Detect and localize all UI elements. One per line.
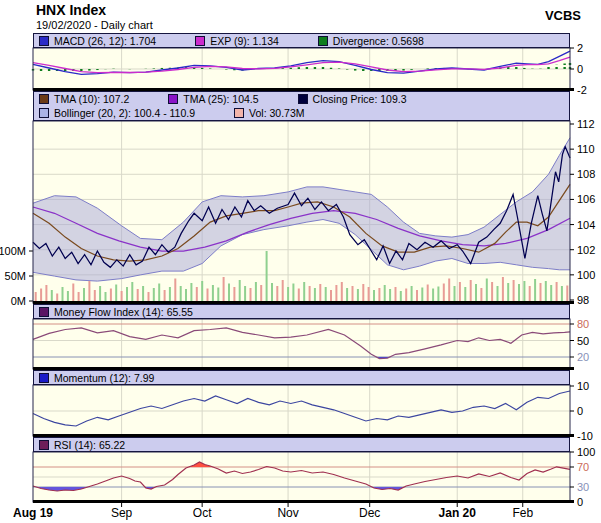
rsi-swatch [39, 440, 49, 450]
closing-price-legend-label: Closing Price: 109.3 [313, 93, 407, 105]
mfi-legend-row: Money Flow Index (14): 65.55 [34, 305, 569, 318]
y-tick-label: 80 [577, 318, 589, 330]
volume-legend-label: Vol: 30.73M [249, 107, 304, 119]
tma25-swatch [168, 94, 178, 104]
mfi-plot-area [33, 319, 570, 369]
y-tick-label: 112 [577, 118, 595, 130]
rsi-legend-row: RSI (14): 65.22 [34, 438, 569, 451]
legend-item-macd: MACD (26, 12): 1.704 [39, 35, 156, 47]
hnx-chart-window: HNX Index 19/02/2020 - Daily chart VCBS … [0, 0, 601, 523]
volume-swatch [234, 108, 244, 118]
x-axis-label: Feb [512, 506, 533, 520]
x-axis-label: Oct [193, 506, 212, 520]
bollinger-legend-label: Bollinger (20, 2): 100.4 - 110.9 [54, 107, 195, 119]
rsi-legend: RSI (14): 65.22 [33, 437, 570, 452]
x-axis-label: Nov [277, 506, 298, 520]
rsi-legend-label: RSI (14): 65.22 [54, 439, 125, 451]
legend-item-exp: EXP (9): 1.134 [195, 35, 279, 47]
y-tick-label: 30 [577, 481, 589, 493]
momentum-swatch [39, 373, 49, 383]
y-tick-label: 108 [577, 168, 595, 180]
x-axis-label: Jan 20 [439, 506, 477, 520]
panel-separator [33, 500, 574, 503]
x-axis-label: Aug 19 [13, 506, 53, 520]
tma10-legend-label: TMA (10): 107.2 [54, 93, 129, 105]
y-tick-label: -10 [577, 430, 593, 442]
y-tick-label: 0 [577, 405, 583, 417]
y-tick-label: 70 [577, 461, 589, 473]
tma25-legend-label: TMA (25): 104.5 [183, 93, 258, 105]
legend-item-momentum: Momentum (12): 7.99 [39, 372, 154, 384]
macd-legend: MACD (26, 12): 1.704 EXP (9): 1.134 Dive… [33, 33, 570, 48]
y-tick-label: 102 [577, 244, 595, 256]
y-tick-label: 100 [577, 269, 595, 281]
volume-tick-label: 0M [11, 295, 26, 307]
exp-swatch [195, 36, 205, 46]
macd-legend-label: MACD (26, 12): 1.704 [54, 35, 156, 47]
mfi-legend: Money Flow Index (14): 65.55 [33, 304, 570, 319]
legend-item-tma25: TMA (25): 104.5 [168, 93, 258, 105]
y-tick-label: 50 [577, 335, 589, 347]
momentum-legend-label: Momentum (12): 7.99 [54, 372, 154, 384]
y-tick-label: 100 [577, 446, 595, 458]
y-tick-label: 0 [577, 496, 583, 508]
legend-item-tma10: TMA (10): 107.2 [39, 93, 129, 105]
legend-item-divergence: Divergence: 0.5698 [318, 35, 424, 47]
momentum-legend-row: Momentum (12): 7.99 [34, 371, 569, 384]
bollinger-swatch [39, 108, 49, 118]
legend-item-bollinger: Bollinger (20, 2): 100.4 - 110.9 [39, 107, 195, 119]
price-legend: TMA (10): 107.2 TMA (25): 104.5 Closing … [33, 91, 570, 121]
tma10-swatch [39, 94, 49, 104]
y-tick-label: 98 [577, 294, 589, 306]
y-tick-label: 20 [577, 351, 589, 363]
legend-item-volume: Vol: 30.73M [234, 107, 304, 119]
divergence-swatch [318, 36, 328, 46]
y-tick-label: 106 [577, 193, 595, 205]
volume-tick-label: 50M [5, 270, 26, 282]
volume-tick-label: 100M [0, 245, 26, 257]
y-tick-label: 0 [577, 63, 583, 75]
macd-legend-row: MACD (26, 12): 1.704 EXP (9): 1.134 Dive… [34, 34, 569, 47]
momentum-legend: Momentum (12): 7.99 [33, 370, 570, 385]
legend-item-closing-price: Closing Price: 109.3 [298, 93, 407, 105]
exp-legend-label: EXP (9): 1.134 [210, 35, 279, 47]
price-legend-row-1: TMA (10): 107.2 TMA (25): 104.5 Closing … [34, 92, 569, 106]
x-axis-label: Dec [359, 506, 380, 520]
legend-item-rsi: RSI (14): 65.22 [39, 439, 125, 451]
macd-swatch [39, 36, 49, 46]
mfi-swatch [39, 307, 49, 317]
divergence-legend-label: Divergence: 0.5698 [333, 35, 424, 47]
x-axis-label: Sep [111, 506, 133, 520]
legend-item-mfi: Money Flow Index (14): 65.55 [39, 306, 193, 318]
mfi-legend-label: Money Flow Index (14): 65.55 [54, 306, 193, 318]
price-legend-row-2: Bollinger (20, 2): 100.4 - 110.9 Vol: 30… [34, 106, 569, 120]
y-tick-label: 10 [577, 380, 589, 392]
closing-price-swatch [298, 94, 308, 104]
y-tick-label: 104 [577, 219, 595, 231]
y-tick-label: 110 [577, 143, 595, 155]
y-tick-label: 2 [577, 42, 583, 54]
y-tick-label: -2 [577, 84, 587, 96]
